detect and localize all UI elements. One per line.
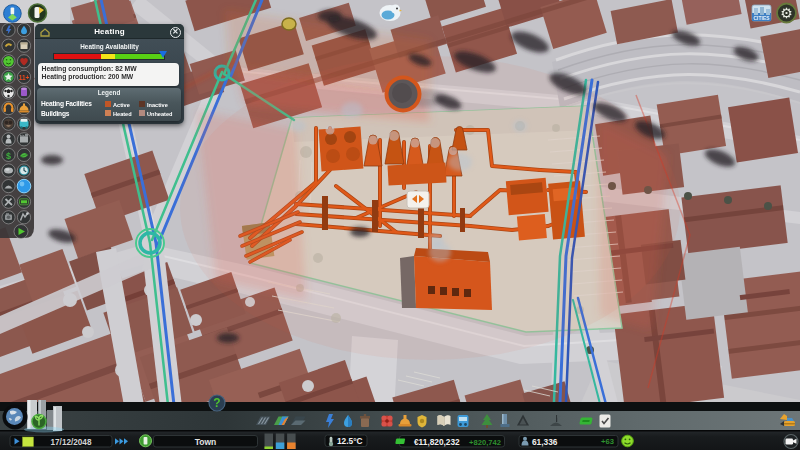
- svg-text:+820,742: +820,742: [469, 438, 501, 447]
- svg-text:+63: +63: [601, 437, 614, 446]
- svg-text:?: ?: [213, 396, 220, 410]
- svg-text:11+: 11+: [19, 74, 30, 81]
- svg-text:€11,820,232: €11,820,232: [414, 437, 460, 447]
- svg-text:⚙: ⚙: [780, 5, 793, 21]
- svg-text:12.5°C: 12.5°C: [337, 436, 362, 446]
- svg-text:CITIES: CITIES: [753, 15, 770, 21]
- svg-text:17/12/2048: 17/12/2048: [51, 438, 92, 447]
- svg-text:Town: Town: [195, 437, 217, 447]
- svg-text:61,336: 61,336: [532, 437, 558, 447]
- svg-text:$: $: [6, 151, 11, 161]
